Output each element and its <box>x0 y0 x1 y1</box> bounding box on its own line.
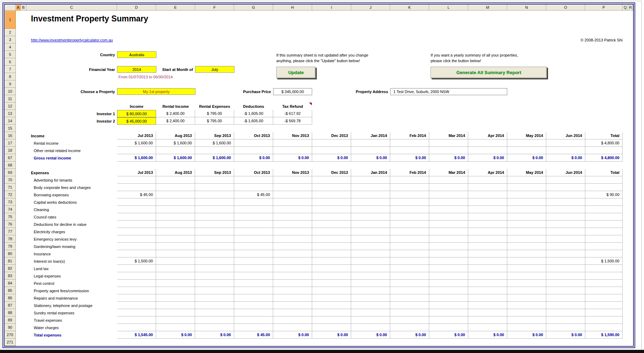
expenses-value-cell[interactable] <box>546 280 585 287</box>
expenses-value-cell[interactable] <box>390 191 429 198</box>
expenses-value-cell[interactable] <box>546 265 585 272</box>
expenses-value-cell[interactable] <box>507 294 546 302</box>
expenses-value-cell[interactable] <box>312 316 351 324</box>
purchase-price-cell[interactable]: $ 345,000.00 <box>273 88 312 95</box>
row-header-75[interactable]: 75 <box>5 213 16 221</box>
income-value-cell[interactable]: $ 1,600.00 <box>156 139 195 147</box>
expenses-value-cell[interactable] <box>117 309 156 316</box>
expenses-value-cell[interactable] <box>234 265 273 272</box>
row-header-73[interactable]: 73 <box>5 198 16 206</box>
expenses-value-cell[interactable] <box>195 191 234 198</box>
expenses-value-cell[interactable] <box>546 316 585 324</box>
expenses-value-cell[interactable] <box>312 243 351 250</box>
expenses-value-cell[interactable] <box>546 206 585 213</box>
expenses-value-cell[interactable] <box>195 309 234 316</box>
expenses-value-cell[interactable] <box>351 280 390 287</box>
expenses-value-cell[interactable] <box>429 294 468 302</box>
expenses-value-cell[interactable] <box>351 213 390 221</box>
expenses-value-cell[interactable] <box>390 235 429 243</box>
expenses-value-cell[interactable] <box>468 176 507 184</box>
expenses-value-cell[interactable] <box>351 324 390 331</box>
expenses-value-cell[interactable] <box>429 198 468 206</box>
expenses-value-cell[interactable] <box>546 324 585 331</box>
expenses-value-cell[interactable] <box>390 324 429 331</box>
expenses-value-cell[interactable] <box>195 198 234 206</box>
expenses-value-cell[interactable] <box>390 213 429 221</box>
expenses-value-cell[interactable] <box>156 287 195 294</box>
income-value-cell[interactable] <box>234 147 273 154</box>
financial-year-input[interactable]: 2014 <box>117 66 156 73</box>
expenses-value-cell[interactable] <box>507 272 546 280</box>
expenses-value-cell[interactable] <box>546 309 585 316</box>
expenses-value-cell[interactable] <box>156 191 195 198</box>
expenses-value-cell[interactable] <box>234 287 273 294</box>
expenses-value-cell[interactable] <box>351 243 390 250</box>
expenses-value-cell[interactable] <box>156 228 195 235</box>
expenses-value-cell[interactable] <box>468 316 507 324</box>
expenses-value-cell[interactable] <box>468 191 507 198</box>
expenses-value-cell[interactable] <box>546 287 585 294</box>
expenses-value-cell[interactable] <box>546 235 585 243</box>
expenses-value-cell[interactable]: $ 45.00 <box>234 191 273 198</box>
expenses-value-cell[interactable] <box>273 257 312 265</box>
expenses-value-cell[interactable] <box>585 221 623 228</box>
expenses-value-cell[interactable] <box>234 257 273 265</box>
expenses-value-cell[interactable] <box>273 235 312 243</box>
expenses-value-cell[interactable] <box>429 324 468 331</box>
investor2-income-cell[interactable]: $ 45,000.00 <box>117 117 156 125</box>
expenses-value-cell[interactable] <box>429 176 468 184</box>
income-value-cell[interactable] <box>273 139 312 147</box>
expenses-value-cell[interactable] <box>195 176 234 184</box>
income-value-cell[interactable] <box>468 147 507 154</box>
income-value-cell[interactable] <box>351 147 390 154</box>
row-header-5[interactable]: 5 <box>5 51 16 58</box>
column-header-A[interactable]: A <box>16 5 21 11</box>
expenses-value-cell[interactable] <box>195 235 234 243</box>
investor1-income-cell[interactable]: $ 80,000.00 <box>117 110 156 117</box>
expenses-value-cell[interactable] <box>546 176 585 184</box>
expenses-value-cell[interactable] <box>195 243 234 250</box>
investor2-rental-income-cell[interactable]: $ 2,400.00 <box>156 117 195 125</box>
column-header-C[interactable]: C <box>26 5 117 11</box>
income-value-cell[interactable] <box>468 139 507 147</box>
row-header-74[interactable]: 74 <box>5 206 16 213</box>
income-value-cell[interactable]: $ 0.00 <box>273 154 312 162</box>
expenses-value-cell[interactable] <box>156 206 195 213</box>
expenses-value-cell[interactable] <box>273 309 312 316</box>
expenses-value-cell[interactable] <box>312 228 351 235</box>
choose-property-input[interactable]: My 1st property <box>117 88 195 95</box>
expenses-value-cell[interactable] <box>117 176 156 184</box>
expenses-value-cell[interactable] <box>429 309 468 316</box>
expenses-value-cell[interactable]: $ 1,500.00 <box>117 257 156 265</box>
income-value-cell[interactable] <box>156 147 195 154</box>
income-value-cell[interactable]: $ 1,600.00 <box>117 139 156 147</box>
expenses-value-cell[interactable] <box>390 294 429 302</box>
expenses-value-cell[interactable] <box>117 228 156 235</box>
expenses-value-cell[interactable] <box>351 198 390 206</box>
expenses-value-cell[interactable] <box>390 243 429 250</box>
property-address-cell[interactable]: 1 Test Drive, Suburb, 2000 NSW <box>390 88 507 95</box>
expenses-value-cell[interactable] <box>156 235 195 243</box>
expenses-value-cell[interactable] <box>195 302 234 309</box>
expenses-value-cell[interactable] <box>429 221 468 228</box>
investor1-tax-refund-cell[interactable]: -$ 617.92 <box>273 110 312 117</box>
site-link[interactable]: http://www.investmentpropertycalculator.… <box>31 38 113 42</box>
expenses-value-cell[interactable]: $ 0.00 <box>546 331 585 339</box>
income-value-cell[interactable] <box>312 139 351 147</box>
expenses-value-cell[interactable] <box>234 221 273 228</box>
investor2-deductions-cell[interactable]: -$ 1,605.00 <box>234 117 273 125</box>
expenses-value-cell[interactable] <box>507 235 546 243</box>
expenses-value-cell[interactable] <box>156 176 195 184</box>
row-header-270[interactable]: 270 <box>5 331 16 339</box>
expenses-value-cell[interactable] <box>429 191 468 198</box>
expenses-value-cell[interactable] <box>585 228 623 235</box>
column-header-N[interactable]: N <box>507 5 546 11</box>
investor1-deductions-cell[interactable]: -$ 1,605.00 <box>234 110 273 117</box>
expenses-value-cell[interactable] <box>117 184 156 191</box>
expenses-value-cell[interactable] <box>312 257 351 265</box>
income-value-cell[interactable] <box>390 147 429 154</box>
expenses-value-cell[interactable] <box>117 294 156 302</box>
expenses-value-cell[interactable] <box>390 198 429 206</box>
expenses-value-cell[interactable] <box>156 184 195 191</box>
column-header-J[interactable]: J <box>351 5 390 11</box>
